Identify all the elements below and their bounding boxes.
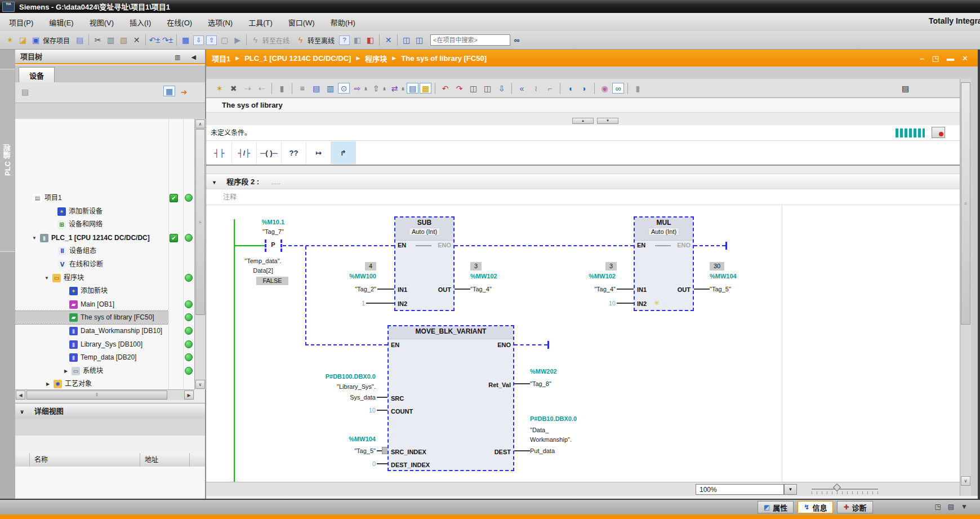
- port-dest[interactable]: DEST: [495, 448, 511, 456]
- cross-reference-icon[interactable]: ✕: [382, 34, 395, 46]
- toggle-comments-icon[interactable]: ⊙: [338, 83, 350, 94]
- zoom-slider-track[interactable]: [812, 489, 878, 490]
- favorite-element[interactable]: ┤/├: [232, 141, 257, 164]
- separator[interactable]: [88, 34, 89, 46]
- zoom-dropdown-button[interactable]: ▼: [784, 484, 797, 495]
- go-offline-button[interactable]: 转至离线: [308, 36, 335, 45]
- operand-tag[interactable]: "Tag_8": [530, 380, 598, 388]
- block-library-icon[interactable]: ▮: [631, 82, 644, 94]
- menu-item[interactable]: 帮助(H): [331, 17, 355, 28]
- zoom-select[interactable]: 100%: [696, 484, 784, 495]
- scroll-thumb[interactable]: ⫴: [26, 391, 167, 400]
- operand-constant[interactable]: 10: [593, 299, 616, 307]
- new-project-icon[interactable]: ✶: [3, 34, 16, 46]
- column-address[interactable]: 地址: [140, 453, 190, 467]
- operand-constant[interactable]: 0: [353, 460, 376, 468]
- call-structure-icon[interactable]: «: [515, 82, 528, 94]
- tree-item[interactable]: ▼ ▮ PLC_1 [CPU 1214C DC/DC/DC]: [15, 232, 168, 245]
- outdent-icon[interactable]: ⇠: [255, 82, 268, 94]
- print-icon[interactable]: ▤: [73, 34, 86, 46]
- port-src-index[interactable]: SRC_INDEX: [391, 448, 426, 456]
- tree-item[interactable]: ✶ 添加新设备: [15, 205, 168, 218]
- separator[interactable]: [271, 83, 272, 94]
- splitter-down-button[interactable]: ▼: [597, 118, 618, 124]
- accessible-devices-icon[interactable]: ?: [339, 36, 350, 45]
- operand-pointer[interactable]: P#DB10.DBX0.0: [530, 415, 603, 423]
- redo-changes-icon[interactable]: ↷: [453, 82, 466, 94]
- plc-programming-vertical-tab[interactable]: PLC 编程: [0, 69, 15, 252]
- operand-tag[interactable]: "Data_: [530, 426, 603, 434]
- paste-icon[interactable]: ▧: [117, 34, 130, 46]
- ladder-canvas[interactable]: %M10.1 "Tag_7" P "Temp_data". Data[2] FA…: [206, 205, 960, 482]
- go-online-button[interactable]: 转至在线: [262, 36, 289, 45]
- dropdown[interactable]: ±: [400, 82, 406, 94]
- download-changes-icon[interactable]: ◫: [467, 82, 480, 94]
- favorite-element[interactable]: ↱: [331, 141, 356, 164]
- favorites-toggle-icon[interactable]: ▩: [420, 83, 431, 94]
- scroll-down-button[interactable]: ∨: [195, 380, 205, 389]
- favorite-element[interactable]: ┤├: [207, 141, 232, 164]
- separator[interactable]: [560, 83, 560, 94]
- restore-icon[interactable]: ◳: [932, 54, 939, 63]
- compile-icon[interactable]: ▦: [179, 34, 192, 46]
- redo-icon[interactable]: ↷±: [161, 34, 174, 46]
- breadcrumb-item[interactable]: The sys of library [FC50]: [401, 54, 487, 63]
- menu-item[interactable]: 工具(T): [248, 17, 273, 28]
- separator[interactable]: [397, 34, 398, 46]
- port-dest-index[interactable]: DEST_INDEX: [391, 461, 430, 469]
- save-project-icon[interactable]: ▣: [29, 34, 42, 46]
- menu-item[interactable]: 视图(V): [90, 17, 114, 28]
- scroll-left-button[interactable]: ◀: [16, 391, 25, 400]
- dropdown[interactable]: ±: [382, 82, 387, 94]
- insert-block-icon[interactable]: ⇨: [351, 82, 364, 94]
- breadcrumb-item[interactable]: PLC_1 [CPU 1214C DC/DC/DC]: [244, 54, 351, 63]
- minimize-icon[interactable]: –: [920, 54, 924, 63]
- indent-icon[interactable]: ⇢: [241, 82, 254, 94]
- operand-tag[interactable]: Put_data: [530, 447, 603, 455]
- block-mode[interactable]: Auto (Int): [409, 228, 440, 236]
- operand-address[interactable]: %MW100: [331, 272, 376, 280]
- zoom-slider-thumb[interactable]: [833, 483, 841, 491]
- monitoring-glasses-icon[interactable]: ∞: [612, 83, 624, 94]
- port-en[interactable]: EN: [398, 241, 406, 249]
- menu-item[interactable]: 选项(N): [208, 17, 233, 28]
- port-out[interactable]: OUT: [678, 286, 691, 294]
- move-blk-variant-block[interactable]: MOVE_BLK_VARIANT EN ENO Ret_Val SRC COUN…: [387, 325, 514, 471]
- tree-item[interactable]: ⊞ 设备和网络: [15, 218, 168, 231]
- operand-tag[interactable]: "Tag_4": [470, 285, 515, 293]
- separator[interactable]: [246, 34, 247, 46]
- tab-devices[interactable]: 设备: [19, 67, 55, 83]
- breakpoint-status-icon[interactable]: [932, 127, 945, 138]
- split-editor-vertical-icon[interactable]: ◫: [413, 34, 426, 46]
- port-count[interactable]: COUNT: [391, 407, 413, 415]
- detail-view-header[interactable]: ∨ 详细视图: [15, 403, 205, 419]
- previous-error-icon[interactable]: ◖: [564, 82, 577, 94]
- operand-address[interactable]: %MW202: [530, 367, 598, 375]
- network-collapse-icon[interactable]: ▼: [212, 180, 217, 185]
- tree-vertical-scrollbar[interactable]: ∧ ≡ ∨: [194, 119, 206, 389]
- expander-icon[interactable]: ▼: [43, 272, 50, 285]
- operand-address[interactable]: %MW104: [710, 272, 755, 280]
- favorite-element[interactable]: ??: [282, 141, 306, 164]
- expander-icon[interactable]: ▶: [63, 365, 69, 378]
- separator[interactable]: [594, 83, 595, 94]
- split-editor-horizontal-icon[interactable]: ◫: [400, 34, 413, 46]
- task-card-icon[interactable]: ▤: [899, 82, 912, 94]
- port-en[interactable]: EN: [391, 341, 399, 349]
- operand-tag[interactable]: Sys_data: [297, 393, 376, 401]
- collapse-panel-icon[interactable]: ▼: [961, 503, 968, 511]
- panel-menu-icon[interactable]: ▤: [948, 503, 954, 511]
- separator[interactable]: [176, 34, 177, 46]
- scroll-up-button[interactable]: ∧: [195, 119, 205, 128]
- tree-item[interactable]: ✶ 添加新块: [15, 285, 168, 298]
- menu-item[interactable]: 窗口(W): [288, 17, 315, 28]
- breadcrumb-item[interactable]: 项目1: [212, 53, 230, 64]
- port-src[interactable]: SRC: [391, 394, 404, 402]
- contact-address[interactable]: %M10.1: [251, 218, 296, 226]
- separator[interactable]: [627, 83, 628, 94]
- splitter-up-button[interactable]: ▲: [572, 118, 594, 124]
- expand-networks-icon[interactable]: ▤: [310, 82, 323, 94]
- separator[interactable]: [145, 34, 146, 46]
- tree-item[interactable]: ▶ ▭ 系统块: [15, 365, 168, 378]
- start-runtime-icon[interactable]: ▶: [231, 34, 244, 46]
